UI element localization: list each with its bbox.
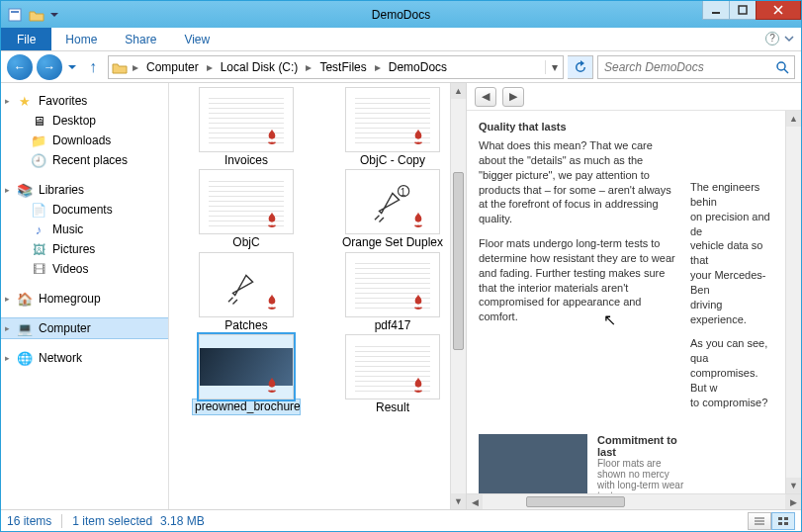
pdf-icon xyxy=(262,293,282,312)
chevron-right-icon[interactable]: ▸ xyxy=(131,60,140,74)
help-icon[interactable]: ? xyxy=(765,32,779,45)
refresh-button[interactable] xyxy=(568,55,593,79)
preview-prev-button[interactable]: ◀ xyxy=(475,87,496,107)
chevron-right-icon[interactable]: ▸ xyxy=(373,60,383,74)
homegroup-icon: 🏠 xyxy=(17,291,33,307)
window-controls xyxy=(703,1,801,20)
scrollbar-horizontal[interactable]: ◀ ▶ xyxy=(467,493,801,509)
preview-image xyxy=(479,434,587,493)
breadcrumb[interactable]: Local Disk (C:) xyxy=(215,56,305,78)
sidebar-item-label: Pictures xyxy=(52,242,95,256)
sidebar-label: Homegroup xyxy=(39,292,101,306)
status-item-count: 16 items xyxy=(7,514,51,528)
back-button[interactable]: ← xyxy=(7,54,33,80)
sidebar-item-documents[interactable]: 📄Documents xyxy=(1,200,168,220)
sidebar-item-downloads[interactable]: 📁Downloads xyxy=(1,131,168,150)
preview-subheading: Commitment to last xyxy=(597,434,686,458)
libraries-icon: 📚 xyxy=(17,182,33,198)
sidebar-item-homegroup[interactable]: ▸🏠Homegroup xyxy=(1,289,168,309)
svg-line-8 xyxy=(375,216,379,220)
file-item[interactable]: preowned_brochure xyxy=(177,334,315,414)
breadcrumb[interactable]: DemoDocs xyxy=(383,56,453,78)
qat-dropdown-icon[interactable] xyxy=(48,5,60,25)
preview-heading: Quality that lasts xyxy=(479,121,676,133)
scroll-thumb[interactable] xyxy=(526,496,625,507)
scroll-down-icon[interactable]: ▼ xyxy=(786,478,801,493)
svg-rect-2 xyxy=(712,12,720,14)
sidebar-item-label: Recent places xyxy=(52,153,128,167)
scroll-right-icon[interactable]: ▶ xyxy=(785,494,801,509)
sidebar-label: Computer xyxy=(39,321,91,335)
preview-text: Floor mats undergo long-term tests to de… xyxy=(479,236,676,324)
sidebar-item-recent[interactable]: 🕘Recent places xyxy=(1,150,168,170)
breadcrumb[interactable]: Computer xyxy=(140,56,205,78)
file-name: Patches xyxy=(224,317,267,332)
svg-text:1: 1 xyxy=(401,187,406,198)
scroll-up-icon[interactable]: ▲ xyxy=(451,83,466,99)
sidebar-group-libraries[interactable]: ▸📚Libraries xyxy=(1,180,168,200)
file-item[interactable]: ObjC xyxy=(177,169,315,249)
forward-button[interactable]: → xyxy=(37,54,62,80)
sidebar-item-label: Documents xyxy=(52,203,113,217)
chevron-right-icon[interactable]: ▸ xyxy=(304,60,313,74)
svg-line-10 xyxy=(228,298,232,302)
sidebar-item-desktop[interactable]: 🖥Desktop xyxy=(1,111,168,131)
details-view-button[interactable] xyxy=(748,512,771,530)
search-box[interactable] xyxy=(597,55,795,79)
pdf-icon xyxy=(408,293,428,312)
navigation-bar: ← → ↑ ▸ Computer ▸ Local Disk (C:) ▸ Tes… xyxy=(1,51,801,83)
sidebar-item-music[interactable]: ♪Music xyxy=(1,220,168,239)
file-item[interactable]: Result xyxy=(323,334,462,414)
file-list[interactable]: InvoicesObjC - CopyObjC1Orange Set Duple… xyxy=(169,83,466,509)
divider xyxy=(61,514,62,528)
scroll-thumb[interactable] xyxy=(453,172,464,350)
cursor-icon: ↖ xyxy=(603,310,616,329)
desktop-icon: 🖥 xyxy=(31,113,46,129)
sidebar-group-favorites[interactable]: ▸★Favorites xyxy=(1,91,168,111)
tab-home[interactable]: Home xyxy=(51,28,111,50)
scroll-up-icon[interactable]: ▲ xyxy=(786,111,801,127)
address-bar[interactable]: ▸ Computer ▸ Local Disk (C:) ▸ TestFiles… xyxy=(108,55,564,79)
minimize-ribbon-icon[interactable] xyxy=(783,33,795,44)
close-button[interactable] xyxy=(756,1,801,20)
sidebar-item-pictures[interactable]: 🖼Pictures xyxy=(1,239,168,259)
minimize-button[interactable] xyxy=(702,1,730,20)
scrollbar-vertical[interactable]: ▲ ▼ xyxy=(450,83,466,509)
chevron-right-icon[interactable]: ▸ xyxy=(205,60,215,74)
scrollbar-vertical[interactable]: ▲ ▼ xyxy=(785,111,801,493)
file-item[interactable]: Invoices xyxy=(177,87,315,167)
tab-view[interactable]: View xyxy=(170,28,223,50)
preview-text: The engineers behin on precision and de … xyxy=(690,180,775,326)
scroll-down-icon[interactable]: ▼ xyxy=(451,493,466,509)
up-button[interactable]: ↑ xyxy=(82,56,104,78)
status-size: 3.18 MB xyxy=(160,514,205,528)
scroll-left-icon[interactable]: ◀ xyxy=(467,494,483,509)
search-input[interactable] xyxy=(598,60,770,74)
icons-view-button[interactable] xyxy=(771,512,795,530)
breadcrumb[interactable]: TestFiles xyxy=(313,56,372,78)
sidebar-item-videos[interactable]: 🎞Videos xyxy=(1,259,168,279)
svg-rect-16 xyxy=(784,517,788,520)
pdf-icon xyxy=(262,128,282,147)
tab-share[interactable]: Share xyxy=(111,28,170,50)
file-item[interactable]: 1Orange Set Duplex xyxy=(323,169,462,249)
svg-point-4 xyxy=(777,62,785,70)
sidebar-item-computer[interactable]: ▸💻Computer xyxy=(1,318,168,338)
pdf-icon xyxy=(408,211,428,230)
file-tab[interactable]: File xyxy=(1,28,51,50)
maximize-button[interactable] xyxy=(729,1,757,20)
preview-next-button[interactable]: ▶ xyxy=(502,87,524,107)
quick-access-toolbar xyxy=(1,5,60,25)
file-item[interactable]: pdf417 xyxy=(323,252,462,332)
qat-new-folder-icon[interactable] xyxy=(27,5,46,25)
sidebar-item-label: Desktop xyxy=(52,114,96,128)
search-icon[interactable] xyxy=(770,60,794,74)
address-dropdown-icon[interactable]: ▾ xyxy=(545,60,563,74)
videos-icon: 🎞 xyxy=(31,261,46,277)
pictures-icon: 🖼 xyxy=(31,241,46,257)
qat-properties-icon[interactable] xyxy=(5,5,25,25)
file-item[interactable]: ObjC - Copy xyxy=(323,87,462,167)
history-dropdown-icon[interactable] xyxy=(66,57,78,77)
sidebar-item-network[interactable]: ▸🌐Network xyxy=(1,348,168,368)
file-item[interactable]: Patches xyxy=(177,252,315,332)
